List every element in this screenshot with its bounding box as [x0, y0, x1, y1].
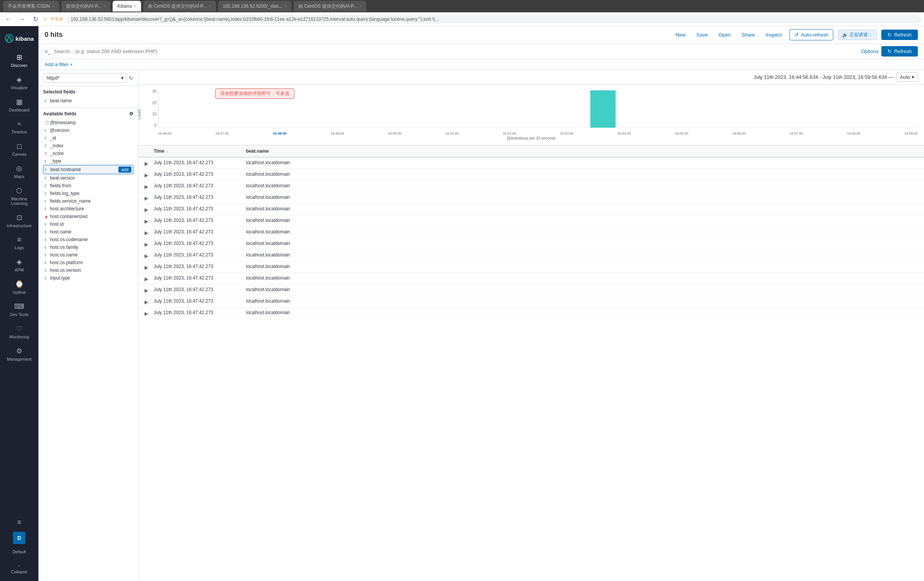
- table-row[interactable]: ▶ July 11th 2023, 16:47:42.273 localhost…: [138, 169, 924, 181]
- open-button[interactable]: Open: [715, 30, 734, 39]
- field-score[interactable]: # _score: [43, 150, 133, 157]
- back-button[interactable]: ←: [3, 15, 14, 23]
- add-field-button[interactable]: add: [118, 166, 131, 173]
- row-expand-icon[interactable]: ▶: [145, 275, 154, 282]
- close-icon[interactable]: ×: [104, 4, 106, 8]
- row-expand-icon[interactable]: ▶: [145, 287, 154, 293]
- row-expand-icon[interactable]: ▶: [145, 206, 154, 213]
- search-refresh-button[interactable]: ↻ Refresh: [881, 46, 918, 57]
- table-row[interactable]: ▶ July 11th 2023, 16:47:42.273 localhost…: [138, 192, 924, 204]
- close-icon[interactable]: ×: [134, 4, 136, 8]
- sidebar-item-monitoring[interactable]: ♡ Monitoring: [0, 321, 38, 343]
- browser-tab-inactive-3[interactable]: 由 CentOS 提供交付的AI-P... ×: [143, 1, 216, 12]
- close-icon[interactable]: ×: [285, 4, 287, 8]
- table-row[interactable]: ▶ July 11th 2023, 16:47:42.273 localhost…: [138, 238, 924, 250]
- sidebar-item-default[interactable]: Default: [0, 546, 38, 558]
- sidebar-item-discover[interactable]: ⊞ Discover: [0, 49, 38, 72]
- address-input[interactable]: [66, 15, 921, 23]
- sidebar-item-lines[interactable]: ≡: [0, 514, 38, 530]
- save-button[interactable]: Save: [693, 30, 711, 39]
- row-expand-icon[interactable]: ▶: [145, 183, 154, 190]
- field-host-id[interactable]: t host.id: [43, 220, 133, 228]
- th-beat-name[interactable]: beat.name: [246, 148, 269, 154]
- table-row[interactable]: ▶ July 11th 2023, 16:47:42.273 localhost…: [138, 215, 924, 227]
- share-button[interactable]: Share: [738, 30, 758, 39]
- sidebar-item-collapse[interactable]: ← Collapse: [0, 559, 38, 578]
- close-icon[interactable]: ×: [360, 4, 362, 8]
- table-row[interactable]: ▶ July 11th 2023, 16:47:42.273 localhost…: [138, 250, 924, 261]
- row-expand-icon[interactable]: ▶: [145, 160, 154, 166]
- row-expand-icon[interactable]: ▶: [145, 310, 154, 316]
- th-time[interactable]: Time ↓: [154, 148, 246, 154]
- add-filter-button[interactable]: Add a filter +: [45, 62, 73, 67]
- field-host-os-family[interactable]: t host.os.family: [43, 243, 133, 251]
- new-button[interactable]: New: [673, 30, 689, 39]
- close-icon[interactable]: ×: [209, 4, 211, 8]
- browser-tab-inactive-5[interactable]: 由 CentOS 提供交付的AI-P... ×: [294, 1, 366, 12]
- sidebar-item-management[interactable]: ⚙ Management: [0, 343, 38, 365]
- options-button[interactable]: Options: [861, 48, 879, 54]
- forward-button[interactable]: →: [17, 15, 28, 23]
- table-row[interactable]: ▶ July 11th 2023, 16:47:42.273 localhost…: [138, 285, 924, 296]
- row-expand-icon[interactable]: ▶: [145, 229, 154, 236]
- sidebar-item-infrastructure[interactable]: ⊡ Infrastructure: [0, 210, 38, 232]
- browser-tab-inactive-2[interactable]: 提供交付的AI-P... ×: [61, 1, 111, 12]
- index-pattern-dropdown[interactable]: httpd* ▾: [43, 73, 127, 83]
- row-expand-icon[interactable]: ▶: [145, 298, 154, 305]
- table-row[interactable]: ▶ July 11th 2023, 16:47:42.273 localhost…: [138, 227, 924, 238]
- field-input-type[interactable]: t input.type: [43, 274, 133, 282]
- table-row[interactable]: ▶ July 11th 2023, 16:47:42.273 localhost…: [138, 308, 924, 319]
- search-input[interactable]: [54, 48, 858, 54]
- table-row[interactable]: ▶ July 11th 2023, 16:47:42.273 localhost…: [138, 273, 924, 285]
- table-row[interactable]: ▶ July 11th 2023, 16:47:42.273 localhost…: [138, 296, 924, 308]
- field-beat-version[interactable]: t beat.version: [43, 174, 133, 182]
- sidebar-item-maps[interactable]: ◎ Maps: [0, 160, 38, 183]
- results-table[interactable]: Time ↓ beat.name ▶ July 11th 2023, 16:47…: [138, 145, 924, 581]
- sidebar-item-apm[interactable]: ◈ APM: [0, 254, 38, 276]
- browser-tab-active[interactable]: Kibana ×: [113, 1, 141, 12]
- auto-refresh-button[interactable]: ↺ Auto-refresh: [789, 29, 834, 40]
- refresh-fields-icon[interactable]: ↻: [129, 75, 133, 81]
- row-expand-icon[interactable]: ▶: [145, 171, 154, 178]
- field-host-os-platform[interactable]: t host.os.platform: [43, 259, 133, 266]
- sidebar-item-visualize[interactable]: ◈ Visualize: [0, 72, 38, 94]
- field-version[interactable]: t @version: [43, 127, 133, 134]
- field-host-containerized[interactable]: ◉ host.containerized: [43, 213, 133, 220]
- field-id[interactable]: t _id: [43, 134, 133, 142]
- sidebar-item-timelion[interactable]: ≈ Timelion: [0, 116, 38, 138]
- selected-field-beat-name[interactable]: t beat.name: [43, 97, 133, 105]
- sidebar-item-devtools[interactable]: ⌨ Dev Tools: [0, 298, 38, 321]
- sidebar-item-logs[interactable]: ≡ Logs: [0, 232, 38, 254]
- row-expand-icon[interactable]: ▶: [145, 252, 154, 259]
- interval-select[interactable]: Auto ▾: [896, 72, 918, 82]
- table-row[interactable]: ▶ July 11th 2023, 16:47:42.273 localhost…: [138, 181, 924, 192]
- kibana-logo[interactable]: kibana: [5, 29, 34, 49]
- refresh-button[interactable]: ↻ Refresh: [881, 30, 918, 40]
- sidebar-item-canvas[interactable]: ◻ Canvas: [0, 138, 38, 160]
- field-fields-from[interactable]: t fields.from: [43, 182, 133, 190]
- field-beat-hostname[interactable]: t beat.hostname add: [43, 165, 133, 174]
- field-host-os-version[interactable]: t host.os.version: [43, 266, 133, 274]
- reload-button[interactable]: ↻: [31, 15, 40, 23]
- row-expand-icon[interactable]: ▶: [145, 195, 154, 201]
- browser-tab-inactive-1[interactable]: 不会开发博客-CSDN ×: [3, 1, 59, 12]
- browser-tab-inactive-4[interactable]: 192.168.136.52:9200/_clus... ×: [218, 1, 292, 12]
- row-expand-icon[interactable]: ▶: [145, 218, 154, 224]
- inspect-button[interactable]: Inspect: [763, 30, 785, 39]
- settings-icon[interactable]: ⚙: [129, 111, 133, 117]
- sort-icon[interactable]: ↓: [166, 149, 168, 153]
- row-expand-icon[interactable]: ▶: [145, 241, 154, 247]
- sidebar-item-uptime[interactable]: ⌚ Uptime: [0, 276, 38, 298]
- table-row[interactable]: ▶ July 11th 2023, 16:47:42.273 localhost…: [138, 204, 924, 215]
- table-row[interactable]: ▶ July 11th 2023, 16:47:42.273 localhost…: [138, 261, 924, 273]
- field-host-architecture[interactable]: t host.architecture: [43, 205, 133, 213]
- field-timestamp[interactable]: 🕐 @timestamp: [43, 119, 133, 127]
- field-host-os-codename[interactable]: t host.os.codename: [43, 236, 133, 243]
- field-host-os-name[interactable]: t host.os.name: [43, 251, 133, 259]
- field-fields-log-type[interactable]: t fields.log_type: [43, 190, 133, 197]
- field-index[interactable]: t _index: [43, 142, 133, 150]
- sidebar-item-dashboard[interactable]: ▦ Dashboard: [0, 94, 38, 116]
- row-expand-icon[interactable]: ▶: [145, 264, 154, 270]
- avatar[interactable]: D: [13, 532, 25, 544]
- field-host-name[interactable]: t host.name: [43, 228, 133, 236]
